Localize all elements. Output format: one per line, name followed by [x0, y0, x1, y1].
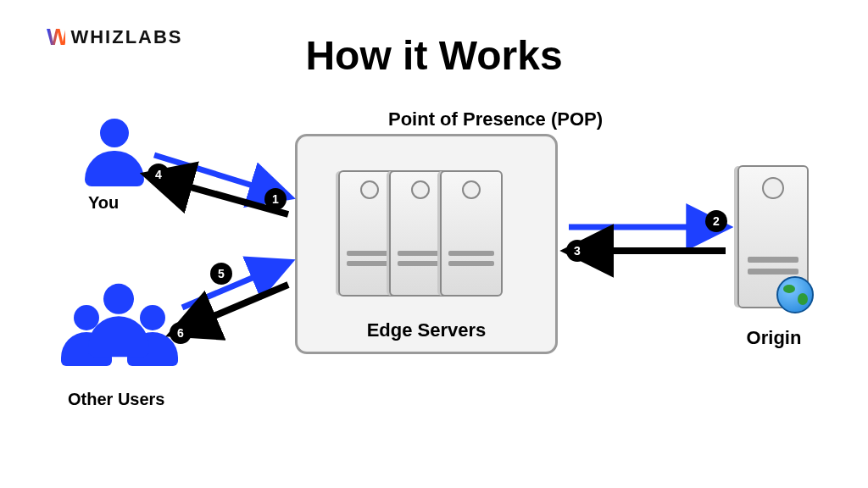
pop-box: Edge Servers — [295, 134, 558, 354]
you-label: You — [88, 193, 119, 213]
arrow-step-5 — [182, 263, 288, 308]
step-badge-5: 5 — [210, 263, 232, 285]
origin-label: Origin — [736, 327, 812, 349]
brand-mark-icon: W — [47, 24, 65, 51]
step-badge-2: 2 — [705, 210, 727, 232]
edge-servers-icon — [350, 170, 503, 297]
brand-logo: W WHIZLABS — [47, 24, 183, 51]
step-badge-4: 4 — [147, 164, 170, 186]
user-you-icon — [85, 119, 144, 186]
page-title: How it Works — [305, 32, 562, 79]
globe-icon — [776, 276, 814, 313]
brand-name: WHIZLABS — [70, 26, 182, 48]
pop-caption: Edge Servers — [298, 319, 555, 341]
step-badge-3: 3 — [566, 240, 588, 262]
others-label: Other Users — [68, 390, 165, 409]
origin-server-icon — [737, 165, 809, 308]
step-badge-1: 1 — [264, 188, 287, 210]
arrow-step-6 — [174, 285, 288, 333]
step-badge-6: 6 — [170, 322, 192, 344]
pop-heading: Point of Presence (POP) — [388, 108, 603, 130]
user-others-icon — [61, 290, 180, 383]
